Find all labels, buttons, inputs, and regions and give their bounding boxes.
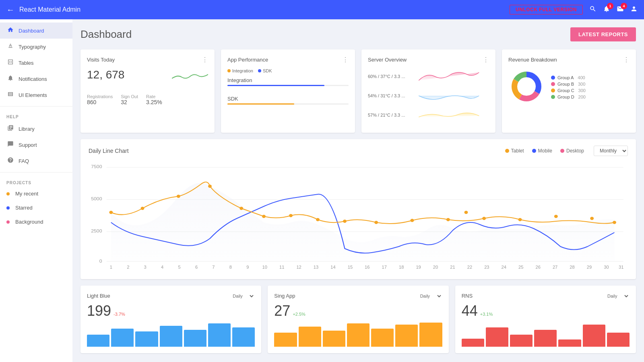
topnav-icons: 1 4 [589,5,638,14]
rns-title: RNS [462,293,473,299]
sidebar-item-typography[interactable]: Typography [0,39,72,55]
bar-1 [87,335,109,347]
sing-app-period-select[interactable]: DailyWeeklyMonthly [419,293,442,299]
search-icon[interactable] [589,5,597,14]
svg-text:7500: 7500 [91,164,102,169]
server-overview-card: Server Overview ⋮ 60% / 37°C / 3.3 ... [361,49,495,133]
rns-period: DailyWeeklyMonthly [606,292,630,299]
svg-text:2: 2 [127,265,129,269]
svg-point-26 [482,217,486,220]
bar-1 [462,339,484,347]
sidebar-label-library: Library [19,126,35,132]
mail-icon[interactable]: 4 [617,5,624,14]
light-blue-title: Light Blue [87,293,110,299]
svg-point-30 [613,221,616,224]
line-chart-header: Daily Line Chart Tablet Mobile Desktop [89,146,628,156]
server-row-1: 60% / 37°C / 3.3 ... [368,68,489,84]
svg-text:0: 0 [99,259,102,263]
visits-today-menu[interactable]: ⋮ [202,56,208,64]
sidebar-divider-2 [0,172,72,173]
sidebar-item-starred[interactable]: Starred [0,201,72,215]
sidebar-item-tables[interactable]: Tables [0,55,72,71]
sidebar-item-library[interactable]: Library [0,121,72,137]
server-chart-2 [409,88,489,104]
typography-icon [6,43,14,51]
visits-sparkline [172,68,208,86]
bar-7 [232,327,255,347]
legend-mobile: Mobile [532,148,552,154]
svg-text:18: 18 [399,265,404,269]
sidebar-item-background[interactable]: Background [0,215,72,229]
period-select[interactable]: Monthly Weekly Daily [594,146,628,156]
app-performance-menu[interactable]: ⋮ [342,56,349,64]
svg-text:10: 10 [262,265,268,269]
bottom-cards-row: Light Blue DailyWeeklyMonthly 199 -3.7% [80,286,636,353]
svg-text:7: 7 [212,265,215,269]
sing-app-period: DailyWeeklyMonthly [419,292,442,299]
bar-7 [419,323,442,347]
sing-app-bars [274,323,442,347]
visits-today-card: Visits Today ⋮ 12, 678 Registrations 860… [80,49,215,133]
svg-text:8: 8 [229,265,232,269]
bar-5 [184,330,206,347]
notifications-icon[interactable]: 1 [603,5,610,14]
bar-5 [558,339,581,347]
svg-text:5000: 5000 [91,196,102,201]
app-performance-legend: Integration SDK [227,68,349,73]
app-performance-title: App Performance [227,57,268,63]
rns-number: 44 [462,302,478,319]
rns-period-select[interactable]: DailyWeeklyMonthly [606,293,630,299]
legend-tablet: Tablet [505,148,524,154]
sing-app-number: 27 [274,302,290,319]
visits-stats: Registrations 860 Sign Out 32 Rate 3.25% [87,94,208,105]
svg-text:20: 20 [433,265,438,269]
tables-icon [6,59,14,67]
sidebar-divider-1 [0,106,72,107]
sing-app-title: Sing App [274,293,295,299]
bar-2 [299,327,321,347]
light-blue-period-select[interactable]: DailyWeeklyMonthly [231,293,255,299]
sidebar-item-notifications[interactable]: Notifications [0,71,72,87]
faq-icon [6,157,14,165]
revenue-breakdown-menu[interactable]: ⋮ [623,56,630,64]
unlock-button[interactable]: UNLOCK FULL VERSION [510,5,583,14]
top-navigation: ← React Material Admin UNLOCK FULL VERSI… [0,0,644,19]
svg-text:31: 31 [619,265,624,269]
line-chart-svg: 7500 5000 2500 0 [89,160,628,273]
sidebar: Dashboard Typography Tables Notification… [0,19,72,362]
server-overview-menu[interactable]: ⋮ [483,56,489,64]
sidebar-item-my-recent[interactable]: My recent [0,187,72,201]
mobile-dot [532,149,536,153]
integration-dot [227,69,231,72]
legend-group-d: Group D 200 [551,95,586,99]
svg-point-27 [518,218,522,221]
svg-text:23: 23 [484,265,489,269]
bar-2 [486,327,508,347]
svg-point-29 [590,217,594,220]
starred-dot [6,206,10,210]
sidebar-label-typography: Typography [19,44,46,50]
server-overview-title: Server Overview [368,57,407,63]
latest-reports-button[interactable]: LATEST REPORTS [570,27,636,41]
svg-text:3: 3 [144,265,147,269]
tablet-dot [505,149,509,153]
sidebar-item-ui-elements[interactable]: UI Elements [0,87,72,103]
group-d-dot [551,95,555,99]
notifications-sidebar-icon [6,75,14,83]
visits-today-number: 12, 678 [87,68,124,81]
avatar[interactable] [630,5,638,14]
back-button[interactable]: ← [6,5,14,14]
svg-point-25 [464,211,468,214]
svg-text:1: 1 [110,265,112,269]
stats-cards-row: Visits Today ⋮ 12, 678 Registrations 860… [80,49,636,133]
svg-point-21 [343,220,347,223]
bar-3 [135,331,158,347]
server-chart-1 [409,68,489,84]
rns-header: RNS DailyWeeklyMonthly [462,292,630,299]
svg-point-17 [239,207,243,210]
sidebar-item-faq[interactable]: FAQ [0,153,72,169]
sidebar-item-support[interactable]: Support [0,137,72,153]
svg-text:19: 19 [416,265,421,269]
sidebar-section-help: HELP [0,110,72,121]
sidebar-item-dashboard[interactable]: Dashboard [0,23,72,39]
